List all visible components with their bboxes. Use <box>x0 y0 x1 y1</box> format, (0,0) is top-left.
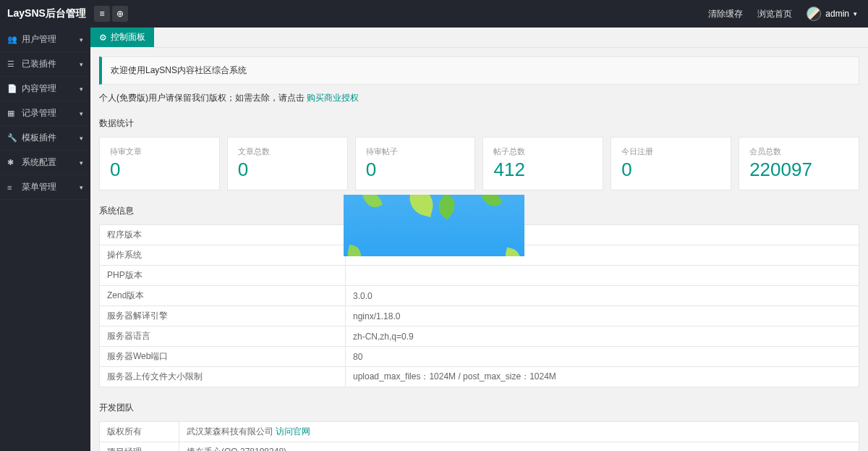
stat-value: 220097 <box>749 159 848 181</box>
table-row: PHP版本 <box>100 266 859 286</box>
table-row: 服务器解译引擎nginx/1.18.0 <box>100 306 859 326</box>
table-row: 服务器Web端口80 <box>100 347 859 367</box>
tab-bar: ⚙ 控制面板 <box>90 28 868 48</box>
chevron-down-icon: ▾ <box>80 135 83 142</box>
stat-cards: 待审文章 0 文章总数 0 待审帖子 0 帖子总数 412 今日注册 0 会员总… <box>99 137 859 190</box>
sidebar-item-label: 用户管理 <box>22 33 56 46</box>
official-site-link[interactable]: 访问官网 <box>276 426 310 437</box>
stat-card-pending-articles: 待审文章 0 <box>99 137 220 190</box>
sidebar-item-label: 内容管理 <box>22 83 56 95</box>
tab-label: 控制面板 <box>111 31 145 43</box>
table-row: 版权所有 武汉莱森科技有限公司 访问官网 <box>100 422 859 442</box>
avatar <box>807 7 821 21</box>
stat-value: 0 <box>621 159 720 181</box>
sidebar-item-label: 系统配置 <box>22 156 56 169</box>
gear-icon: ✱ <box>7 158 16 167</box>
table-row: 服务器语言zh-CN,zh,q=0.9 <box>100 326 859 347</box>
sidebar-item-label: 菜单管理 <box>22 181 56 193</box>
sidebar-item-template[interactable]: 🔧 模板插件 ▾ <box>0 126 90 151</box>
header-tools: ≡ ⊕ <box>94 6 128 22</box>
stat-value: 0 <box>110 159 209 181</box>
app-logo: LaySNS后台管理 <box>0 7 90 20</box>
stat-value: 0 <box>366 159 465 181</box>
decorative-banner-overlay <box>344 195 524 256</box>
stat-label: 文章总数 <box>238 146 337 157</box>
list-icon: ≡ <box>7 183 16 192</box>
chevron-down-icon: ▾ <box>80 110 83 117</box>
sidebar-item-users[interactable]: 👥 用户管理 ▾ <box>0 28 90 52</box>
stat-label: 帖子总数 <box>493 146 592 157</box>
chevron-down-icon: ▾ <box>80 36 83 43</box>
sidebar-item-content[interactable]: 📄 内容管理 ▾ <box>0 77 90 101</box>
sidebar-item-plugins[interactable]: ☰ 已装插件 ▾ <box>0 52 90 77</box>
stat-label: 会员总数 <box>749 146 848 157</box>
doc-icon: 📄 <box>7 84 16 93</box>
stat-label: 今日注册 <box>621 146 720 157</box>
sidebar-item-menu[interactable]: ≡ 菜单管理 ▾ <box>0 175 90 200</box>
chevron-down-icon: ▾ <box>80 85 83 93</box>
copyright-note: 个人(免费版)用户请保留我们版权；如需去除，请点击 购买商业授权 <box>99 92 859 104</box>
users-icon: 👥 <box>7 35 16 44</box>
dashboard-icon: ⚙ <box>99 33 107 43</box>
tab-dashboard[interactable]: ⚙ 控制面板 <box>90 28 154 47</box>
chevron-down-icon: ▾ <box>854 10 857 17</box>
header-right: 清除缓存 浏览首页 admin ▾ <box>708 7 868 21</box>
stat-card-total-posts: 帖子总数 412 <box>482 137 603 190</box>
username: admin <box>825 9 849 19</box>
stat-card-today-reg: 今日注册 0 <box>610 137 731 190</box>
wrench-icon: 🔧 <box>7 133 16 143</box>
grid-icon: ▦ <box>7 109 16 118</box>
stat-card-pending-posts: 待审帖子 0 <box>355 137 476 190</box>
welcome-banner: 欢迎使用LaySNS内容社区综合系统 <box>99 56 859 85</box>
stat-card-total-articles: 文章总数 0 <box>227 137 348 190</box>
stats-title: 数据统计 <box>99 117 859 130</box>
sidebar-item-label: 记录管理 <box>22 107 56 119</box>
view-home-link[interactable]: 浏览首页 <box>757 8 792 20</box>
add-button[interactable]: ⊕ <box>112 6 128 22</box>
top-header: LaySNS后台管理 ≡ ⊕ 清除缓存 浏览首页 admin ▾ <box>0 0 868 28</box>
stat-label: 待审文章 <box>110 146 209 157</box>
chevron-down-icon: ▾ <box>80 159 83 167</box>
sidebar-item-label: 已装插件 <box>22 58 56 70</box>
sidebar-nav: 👥 用户管理 ▾ ☰ 已装插件 ▾ 📄 内容管理 ▾ ▦ 记录管理 ▾ 🔧 模板… <box>0 28 90 451</box>
user-menu[interactable]: admin ▾ <box>807 7 857 21</box>
plugin-icon: ☰ <box>7 59 16 69</box>
sidebar-item-label: 模板插件 <box>22 132 56 144</box>
table-row: 项目经理捧在手心(QQ 278198348) <box>100 442 859 452</box>
table-row: 服务器上传文件大小限制upload_max_files：1024M / post… <box>100 367 859 387</box>
menu-toggle-button[interactable]: ≡ <box>94 6 110 22</box>
clear-cache-link[interactable]: 清除缓存 <box>708 8 743 20</box>
sidebar-item-logs[interactable]: ▦ 记录管理 ▾ <box>0 101 90 126</box>
sidebar-item-system[interactable]: ✱ 系统配置 ▾ <box>0 151 90 175</box>
chevron-down-icon: ▾ <box>80 184 83 191</box>
buy-license-link[interactable]: 购买商业授权 <box>307 93 359 103</box>
team-title: 开发团队 <box>99 402 859 414</box>
chevron-down-icon: ▾ <box>80 61 83 68</box>
stat-card-total-members: 会员总数 220097 <box>739 137 859 190</box>
stat-value: 0 <box>238 159 337 181</box>
stat-label: 待审帖子 <box>366 146 465 157</box>
stat-value: 412 <box>493 159 592 181</box>
team-table: 版权所有 武汉莱森科技有限公司 访问官网 项目经理捧在手心(QQ 2781983… <box>99 421 859 451</box>
table-row: Zend版本3.0.0 <box>100 286 859 306</box>
